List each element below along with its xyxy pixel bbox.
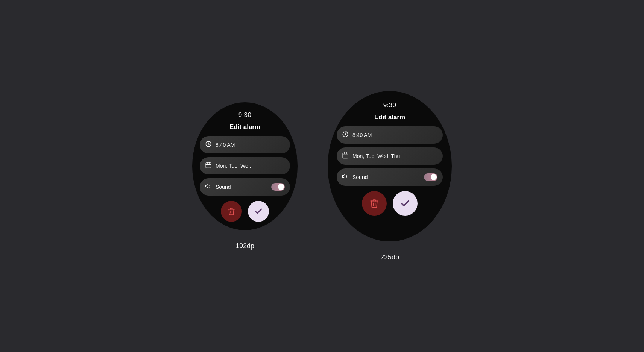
sound-toggle-container-192[interactable] [271, 183, 285, 191]
watch-label-192: 192dp [235, 242, 254, 250]
svg-line-10 [347, 132, 348, 132]
clock-icon-192 [205, 141, 212, 149]
svg-line-1 [207, 141, 207, 142]
sound-icon-192 [205, 183, 212, 191]
action-buttons-225 [362, 191, 418, 216]
svg-line-2 [210, 141, 211, 142]
sound-toggle-225[interactable] [424, 173, 437, 181]
watch-face-225: 9:30 Edit alarm 8:40 AM [328, 91, 452, 241]
watch-label-225: 225dp [380, 253, 399, 261]
delete-button-192[interactable] [221, 201, 242, 222]
confirm-button-225[interactable] [393, 191, 418, 216]
trash-icon-225 [369, 199, 379, 208]
checkmark-icon-225 [400, 198, 410, 209]
schedule-text-225: Mon, Tue, Wed, Thu [352, 153, 437, 159]
sound-label-192: Sound [216, 184, 267, 190]
confirm-button-192[interactable] [248, 201, 269, 222]
delete-button-225[interactable] [362, 191, 387, 216]
clock-icon-225 [342, 131, 349, 139]
schedule-row-192[interactable]: Mon, Tue, We... [200, 157, 290, 174]
alarm-time-row-225[interactable]: 8:40 AM [337, 126, 443, 144]
svg-rect-3 [206, 163, 211, 168]
svg-marker-15 [343, 174, 345, 178]
svg-line-9 [343, 132, 344, 132]
watch-225-container: 9:30 Edit alarm 8:40 AM [328, 91, 452, 261]
toggle-knob-192 [278, 184, 284, 190]
sound-toggle-192[interactable] [271, 183, 285, 191]
sound-row-192[interactable]: Sound [200, 178, 290, 196]
alarm-time-text-225: 8:40 AM [352, 132, 437, 138]
sound-label-225: Sound [352, 174, 420, 180]
toggle-knob-225 [431, 174, 437, 180]
action-buttons-192 [221, 201, 269, 222]
svg-marker-7 [206, 184, 208, 188]
schedule-text-192: Mon, Tue, We... [216, 163, 285, 169]
sound-toggle-container-225[interactable] [424, 173, 437, 181]
watch-title-225: Edit alarm [374, 114, 405, 121]
trash-icon-192 [227, 207, 235, 215]
calendar-icon-192 [205, 162, 212, 170]
calendar-icon-225 [342, 152, 349, 160]
alarm-time-text-192: 8:40 AM [216, 142, 285, 148]
watch-time-192: 9:30 [238, 111, 251, 119]
watch-face-192: 9:30 Edit alarm 8:40 AM [192, 102, 298, 230]
alarm-time-row-192[interactable]: 8:40 AM [200, 136, 290, 153]
checkmark-icon-192 [254, 207, 263, 216]
schedule-row-225[interactable]: Mon, Tue, Wed, Thu [337, 147, 443, 165]
watch-192-container: 9:30 Edit alarm 8:40 AM [192, 102, 298, 250]
sound-row-225[interactable]: Sound [337, 168, 443, 186]
watch-time-225: 9:30 [383, 102, 396, 109]
svg-rect-11 [343, 153, 348, 158]
sound-icon-225 [342, 173, 349, 181]
watch-title-192: Edit alarm [229, 123, 260, 131]
